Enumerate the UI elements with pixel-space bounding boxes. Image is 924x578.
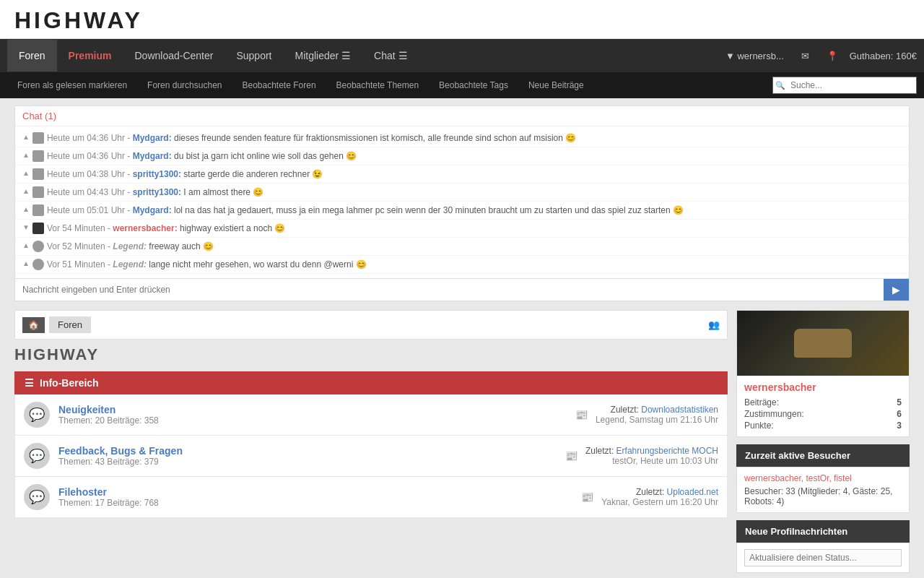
nav-item-chat[interactable]: Chat ☰ [362,40,419,72]
subnav-themen[interactable]: Beobachtete Themen [326,73,430,98]
user-menu[interactable]: ▼ wernersb... [720,48,790,64]
username[interactable]: Mydgard: [133,205,174,215]
forum-icon-neuigkeiten: 💬 [24,402,50,428]
chat-send-button[interactable]: ▶ [884,279,909,301]
nav-item-foren[interactable]: Foren [7,40,57,72]
username[interactable]: Mydgard: [133,133,174,143]
content-wrap: Chat (1) ▲Heute um 04:36 Uhr - Mydgard: … [0,98,924,578]
subnav-tags[interactable]: Beobachtete Tags [429,73,518,98]
msg-content: Heute um 04:43 Uhr - spritty1300: I am a… [47,186,902,199]
user-stats: Beiträge: 5 Zustimmungen: 6 Punkte: 3 [744,397,902,431]
rss-icon-filehoster[interactable]: 📰 [581,491,593,503]
zustimmungen-value: 6 [897,409,902,419]
avatar-tiny [32,150,44,162]
subnav-gelesen[interactable]: Foren als gelesen markieren [7,73,137,98]
latest-link-neuigkeiten[interactable]: Downloadstatistiken [641,405,718,415]
rss-icon-neuigkeiten[interactable]: 📰 [575,409,587,420]
search-input[interactable] [772,77,917,94]
nav-right: ▼ wernersb... ✉ 📍 Guthaben: 160€ [720,48,917,64]
forum-name-filehoster[interactable]: Filehoster [58,486,572,498]
forum-title: HIGHWAY [14,345,728,364]
home-icon[interactable]: 🏠 [22,317,45,333]
chat-header: Chat (1) [15,106,909,126]
punkte-value: 3 [897,420,902,431]
collapse-icon[interactable]: ▲ [22,186,30,197]
car-background [737,311,909,376]
msg-content: Heute um 04:36 Uhr - Mydgard: du bist ja… [47,150,902,163]
category-label: Info-Bereich [40,377,99,389]
user-avatar [737,311,909,376]
avatar-tiny [32,186,44,198]
msg-content: Heute um 05:01 Uhr - Mydgard: lol na das… [47,204,902,217]
avatar-tiny [32,241,44,252]
nav-item-mitglieder[interactable]: Mitglieder ☰ [284,40,363,72]
latest-link-filehoster[interactable]: Uploaded.net [667,487,718,497]
collapse-icon[interactable]: ▲ [22,258,30,269]
chat-message: ▲Heute um 04:36 Uhr - Mydgard: dieses fr… [15,129,909,147]
forum-info-filehoster: Filehoster Themen: 17 Beiträge: 768 [58,486,572,508]
collapse-icon[interactable]: ▲ [22,131,30,142]
forum-name-neuigkeiten[interactable]: Neuigkeiten [58,404,567,415]
latest-by-neuigkeiten: Legend, Samstag um 21:16 Uhr [596,415,718,425]
forum-latest-filehoster: Zuletzt: Uploaded.net Yaknar, Gestern um… [601,487,718,507]
username[interactable]: Mydgard: [133,151,174,161]
chat-message: ▲Heute um 04:36 Uhr - Mydgard: du bist j… [15,147,909,165]
forum-stats-neuigkeiten: Themen: 20 Beiträge: 358 [58,415,567,426]
chat-input-wrap: ▶ [15,278,909,301]
username[interactable]: Legend: [113,241,149,251]
logo-bar: HIGHWAY [0,0,924,39]
forum-stats-filehoster: Themen: 17 Beiträge: 768 [58,498,572,508]
forum-icon-filehoster: 💬 [24,484,50,510]
forum-stats-feedback: Themen: 43 Beiträge: 379 [58,457,557,467]
subnav-neue[interactable]: Neue Beiträge [518,73,594,98]
sub-nav: Foren als gelesen markieren Foren durchs… [0,72,924,98]
latest-by-feedback: testOr, Heute um 10:03 Uhr [585,456,718,466]
profile-messages-header: Neue Profilnachrichten [736,520,910,543]
avatar-tiny [32,132,44,144]
subnav-foren[interactable]: Beobachtete Foren [232,73,326,98]
username[interactable]: spritty1300: [133,169,184,179]
beitraege-value: 5 [897,397,902,407]
msg-content: Vor 54 Minuten - wernersbacher: highway … [47,222,902,235]
user-info: wernersbacher Beiträge: 5 Zustimmungen: … [737,376,909,436]
location-icon[interactable]: 📍 [821,48,844,64]
username[interactable]: Legend: [113,259,149,269]
beitraege-label: Beiträge: [744,397,889,407]
chat-messages[interactable]: ▲Heute um 04:36 Uhr - Mydgard: dieses fr… [15,126,909,278]
forum-category: ☰ Info-Bereich [14,371,728,394]
car-shape [794,329,852,358]
msg-content: Heute um 04:38 Uhr - spritty1300: starte… [47,168,902,181]
collapse-icon[interactable]: ▲ [22,150,30,160]
site-logo: HIGHWAY [14,7,910,34]
username[interactable]: spritty1300: [133,187,184,197]
collapse-icon[interactable]: ▲ [22,204,30,215]
mail-icon[interactable]: ✉ [796,48,815,64]
collapse-icon[interactable]: ▼ [22,222,30,233]
visitor-names: wernersbacher, testOr, fistel [744,473,902,483]
chat-input[interactable] [15,279,884,301]
rss-icon-feedback[interactable]: 📰 [565,450,577,462]
main-nav: Foren Premium Download-Center Support Mi… [0,39,924,72]
forum-item-filehoster: 💬 Filehoster Themen: 17 Beiträge: 768 📰 … [14,477,728,518]
user-card: wernersbacher Beiträge: 5 Zustimmungen: … [736,310,910,437]
right-col: wernersbacher Beiträge: 5 Zustimmungen: … [736,310,910,573]
message-text: lol na das hat ja gedauert, muss ja ein … [174,205,684,215]
nav-item-support[interactable]: Support [225,40,283,72]
nav-item-download[interactable]: Download-Center [123,40,225,72]
avatar-tiny [32,223,44,234]
breadcrumb-foren[interactable]: Foren [49,316,91,333]
forum-info-neuigkeiten: Neuigkeiten Themen: 20 Beiträge: 358 [58,404,567,426]
chat-message: ▲Heute um 05:01 Uhr - Mydgard: lol na da… [15,202,909,220]
latest-link-feedback[interactable]: Erfahrungsberichte MOCH [616,446,718,456]
status-input[interactable] [744,549,902,566]
msg-content: Vor 52 Minuten - Legend: freeway auch 😊 [47,240,902,253]
forum-name-feedback[interactable]: Feedback, Bugs & Fragen [58,445,557,457]
username[interactable]: wernersbacher: [113,223,180,233]
tree-icon[interactable]: 👥 [708,319,720,330]
subnav-durchsuchen[interactable]: Foren durchsuchen [137,73,232,98]
nav-item-premium[interactable]: Premium [57,40,123,72]
collapse-icon[interactable]: ▲ [22,240,30,251]
forum-breadcrumb: 🏠 Foren 👥 [14,310,728,340]
collapse-icon[interactable]: ▲ [22,168,30,178]
user-name[interactable]: wernersbacher [744,381,902,393]
